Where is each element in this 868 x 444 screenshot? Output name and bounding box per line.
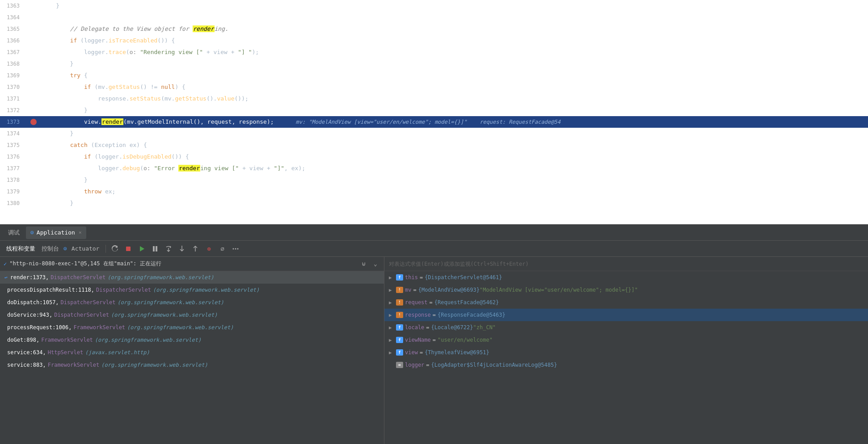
line-content: view.render(mv.getModelInternal(), reque… <box>40 116 868 128</box>
debug-right-panel: ▶ f this = {DispatcherServlet@5461} ▶ ! … <box>384 257 868 444</box>
stack-frame-3[interactable]: processRequest:1006, FrameworkServlet (o… <box>0 321 384 334</box>
var-type-icon: ! <box>396 299 403 306</box>
stack-frame-5[interactable]: service:634, HttpServlet (javax.servlet.… <box>0 346 384 359</box>
line-content: logger.trace(o: "Rendering view [" + vie… <box>40 46 868 58</box>
svg-point-7 <box>233 248 234 249</box>
var-search[interactable] <box>384 257 868 271</box>
line-number: 1363 <box>0 0 27 12</box>
frame-pkg: (org.springframework.web.servlet) <box>95 337 201 343</box>
var-value: {LogAdapter$Slf4jLocationAwareLog@5485} <box>431 362 557 368</box>
frame-method: service:634, <box>7 349 46 356</box>
line-number: 1377 <box>0 163 27 174</box>
line-number: 1367 <box>0 46 27 58</box>
frame-class: DispatcherServlet <box>54 312 109 318</box>
frame-pkg: (org.springframework.web.servlet) <box>111 312 217 318</box>
var-type-icon: ! <box>396 312 403 318</box>
svg-point-9 <box>237 248 239 249</box>
var-type-icon: ∞ <box>396 362 403 368</box>
stop-button[interactable] <box>122 243 135 255</box>
var-value: {Locale@6722} <box>431 324 473 331</box>
step-over-button[interactable] <box>162 243 175 255</box>
stack-frame-1[interactable]: doDispatch:1057, DispatcherServlet (org.… <box>0 296 384 309</box>
tab-application[interactable]: ⊙ Application × <box>26 226 86 239</box>
actuator-label[interactable]: Actuator <box>69 245 102 252</box>
stack-frame-2[interactable]: doService:943, DispatcherServlet (org.sp… <box>0 309 384 321</box>
var-name: this <box>405 274 418 281</box>
line-number: 1376 <box>0 151 27 163</box>
stack-frame-6[interactable]: service:883, FrameworkServlet (org.sprin… <box>0 359 384 371</box>
var-item-this[interactable]: ▶ f this = {DispatcherServlet@5461} <box>384 271 868 284</box>
expand-icon: ▶ <box>389 312 396 318</box>
var-search-input[interactable] <box>389 261 864 267</box>
stack-frame-4[interactable]: doGet:898, FrameworkServlet (org.springf… <box>0 334 384 346</box>
frame-pkg: (org.springframework.web.servlet) <box>117 299 223 306</box>
var-item-view[interactable]: ▶ f view = {ThymeleafView@6951} <box>384 346 868 359</box>
line-number: 1365 <box>0 23 27 35</box>
var-type-icon: f <box>396 349 403 356</box>
var-eq: = <box>420 274 423 281</box>
stack-frame-active[interactable]: ↩ render:1373, DispatcherServlet (org.sp… <box>0 271 384 284</box>
line-content: logger.debug(o: "Error rendering view ["… <box>40 163 868 174</box>
line-content: } <box>40 105 868 116</box>
var-item-mv[interactable]: ▶ ! mv = {ModelAndView@6693} "ModelAndVi… <box>384 284 868 296</box>
expand-icon: ▶ <box>389 287 396 293</box>
thread-actions: ⊌ ⌄ <box>359 259 380 269</box>
var-type-icon: ! <box>396 287 403 293</box>
resume-button[interactable] <box>135 243 148 255</box>
threads-label[interactable]: 线程和变量 <box>4 245 38 253</box>
code-lines: 1363 } 1364 1365 // Delegate to the View… <box>0 0 868 209</box>
var-item-locale[interactable]: ▶ f locale = {Locale@6722} "zh_CN" <box>384 321 868 334</box>
code-line-1369: 1369 try { <box>0 70 868 81</box>
var-eq: = <box>426 362 429 368</box>
reload-button[interactable] <box>109 243 121 255</box>
line-number: 1373 <box>0 116 27 128</box>
tab-debug-label: 调试 <box>8 229 20 237</box>
expand-icon: ▶ <box>389 337 396 343</box>
more-button[interactable] <box>229 243 242 255</box>
step-out-button[interactable] <box>189 243 202 255</box>
frame-class: DispatcherServlet <box>96 287 151 293</box>
var-item-response[interactable]: ▶ ! response = {ResponseFacade@5463} <box>384 309 868 321</box>
code-line-1367: 1367 logger.trace(o: "Rendering view [" … <box>0 46 868 58</box>
expand-icon: ▶ <box>389 350 396 356</box>
code-line-1363: 1363 } <box>0 0 868 12</box>
code-line-1377: 1377 logger.debug(o: "Error rendering vi… <box>0 163 868 174</box>
debug-bottom-panel: ✓ "http-nio-8080-exec-1"@5,145 在组"main":… <box>0 256 868 444</box>
frame-pkg: (javax.servlet.http) <box>85 349 150 356</box>
expand-button[interactable]: ⌄ <box>371 259 380 269</box>
line-content: } <box>40 58 868 70</box>
frame-pkg: (org.springframework.web.servlet) <box>101 362 207 368</box>
var-item-logger[interactable]: ▶ ∞ logger = {LogAdapter$Slf4jLocationAw… <box>384 359 868 371</box>
line-number: 1366 <box>0 35 27 46</box>
tab-debug[interactable]: 调试 <box>4 226 24 239</box>
frame-class: DispatcherServlet <box>61 299 116 306</box>
frame-class: FrameworkServlet <box>74 324 126 331</box>
evaluate-button[interactable]: ⌀ <box>216 243 228 255</box>
pause-button[interactable] <box>149 243 161 255</box>
var-eq: = <box>433 337 436 343</box>
console-label[interactable]: 控制台 <box>39 245 62 253</box>
thread-name: "http-nio-8080-exec-1"@5,145 在组"main": 正… <box>9 260 359 268</box>
tab-application-close[interactable]: × <box>79 230 82 235</box>
line-gutter <box>27 119 40 125</box>
svg-marker-1 <box>140 246 144 251</box>
line-number: 1364 <box>0 12 27 23</box>
code-scroll[interactable]: 1363 } 1364 1365 // Delegate to the View… <box>0 0 868 209</box>
frame-method: processDispatchResult:1118, <box>7 287 94 293</box>
var-item-viewname[interactable]: ▶ f viewName = "user/en/welcome" <box>384 334 868 346</box>
stack-frame-0[interactable]: processDispatchResult:1118, DispatcherSe… <box>0 284 384 296</box>
line-content: throw ex; <box>40 186 868 197</box>
var-name: viewName <box>405 337 431 343</box>
var-item-request[interactable]: ▶ ! request = {RequestFacade@5462} <box>384 296 868 309</box>
filter-button[interactable]: ⊌ <box>359 259 369 269</box>
var-eq: = <box>433 312 436 318</box>
debug-toolbar: 线程和变量 控制台 ⊙ Actuator ⊗ ⌀ <box>0 240 868 256</box>
variables-scroll[interactable]: ▶ f this = {DispatcherServlet@5461} ▶ ! … <box>384 271 868 444</box>
breakpoint-icon <box>30 119 37 125</box>
frame-class: FrameworkServlet <box>41 337 93 343</box>
var-type-icon: f <box>396 337 403 343</box>
stack-scroll[interactable]: processDispatchResult:1118, DispatcherSe… <box>0 284 384 444</box>
step-into-button[interactable] <box>176 243 188 255</box>
frame-method: processRequest:1006, <box>7 324 72 331</box>
run-to-cursor-button[interactable]: ⊗ <box>202 243 215 255</box>
